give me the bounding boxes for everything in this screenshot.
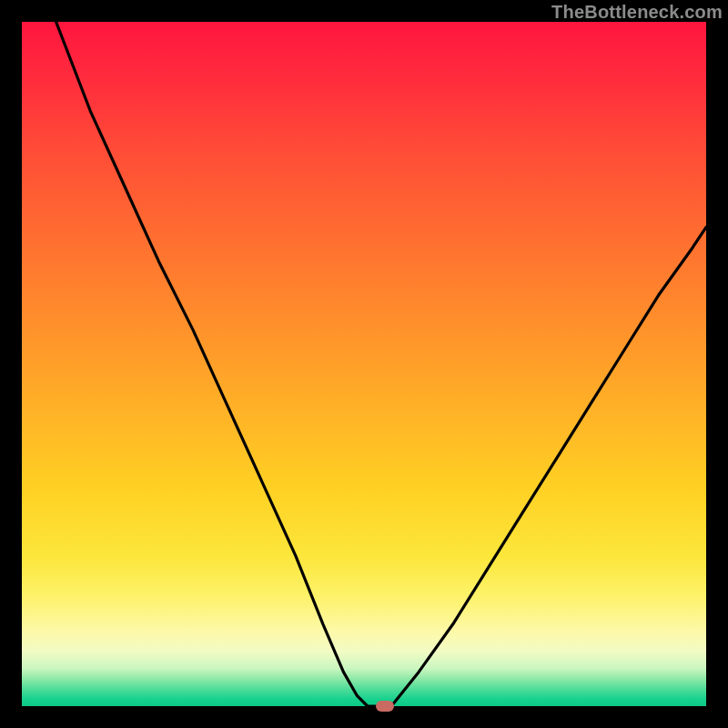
chart-frame: TheBottleneck.com [0,0,728,728]
bottleneck-curve [22,22,706,706]
watermark-text: TheBottleneck.com [551,2,723,23]
optimum-marker [376,701,394,712]
plot-area [22,22,706,706]
curve-path [56,22,706,706]
